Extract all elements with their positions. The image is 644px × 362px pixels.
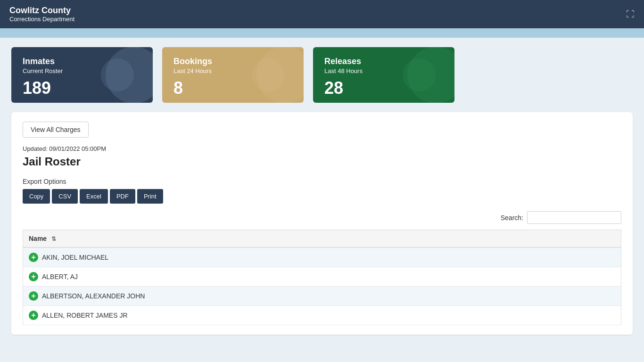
roster-name-cell: +AKIN, JOEL MICHAEL: [23, 247, 621, 267]
blue-bar: [0, 28, 644, 38]
view-all-charges-button[interactable]: View All Charges: [23, 122, 89, 138]
inmate-name: ALBERTSON, ALEXANDER JOHN: [42, 292, 145, 300]
table-row: +ALBERTSON, ALEXANDER JOHN: [23, 287, 621, 306]
sort-icon: ⇅: [51, 236, 56, 242]
bookings-card: Bookings Last 24 Hours 8: [162, 47, 304, 103]
header: Cowlitz County Corrections Department ⛶: [0, 0, 644, 28]
name-column-header[interactable]: Name ⇅: [23, 230, 621, 248]
print-button[interactable]: Print: [137, 189, 163, 204]
row-expand-icon[interactable]: +: [29, 253, 38, 262]
export-options-label: Export Options: [23, 178, 621, 185]
inmate-name: AKIN, JOEL MICHAEL: [42, 254, 108, 261]
expand-icon[interactable]: ⛶: [626, 9, 635, 19]
row-expand-icon[interactable]: +: [29, 311, 38, 320]
main-content: Inmates Current Roster 189 Bookings Last…: [0, 38, 644, 344]
inmate-name: ALLEN, ROBERT JAMES JR: [42, 312, 128, 319]
table-header-row: Name ⇅: [23, 230, 621, 248]
copy-button[interactable]: Copy: [23, 189, 50, 204]
releases-deco-2: [403, 58, 436, 91]
roster-table: Name ⇅ +AKIN, JOEL MICHAEL+ALBERT, AJ+AL…: [23, 230, 621, 325]
csv-button[interactable]: CSV: [52, 189, 78, 204]
roster-name-cell: +ALBERTSON, ALEXANDER JOHN: [23, 287, 621, 306]
updated-text: Updated: 09/01/2022 05:00PM: [23, 145, 621, 152]
table-row: +AKIN, JOEL MICHAEL: [23, 247, 621, 267]
department-name: Corrections Department: [9, 16, 74, 23]
search-input[interactable]: [527, 211, 621, 224]
table-row: +ALLEN, ROBERT JAMES JR: [23, 306, 621, 325]
pdf-button[interactable]: PDF: [110, 189, 135, 204]
agency-name: Cowlitz County: [9, 6, 74, 16]
jail-roster-title: Jail Roster: [23, 155, 621, 168]
table-section: View All Charges Updated: 09/01/2022 05:…: [11, 112, 633, 335]
search-row: Search:: [23, 211, 621, 224]
roster-name-cell: +ALLEN, ROBERT JAMES JR: [23, 306, 621, 325]
excel-button[interactable]: Excel: [80, 189, 108, 204]
search-label: Search:: [501, 214, 523, 222]
header-title: Cowlitz County Corrections Department: [9, 6, 74, 23]
releases-card: Releases Last 48 Hours 28: [313, 47, 454, 103]
row-expand-icon[interactable]: +: [29, 291, 38, 301]
export-buttons-row: Copy CSV Excel PDF Print: [23, 189, 621, 204]
stats-row: Inmates Current Roster 189 Bookings Last…: [11, 47, 633, 103]
bookings-deco-2: [252, 58, 285, 91]
inmates-card: Inmates Current Roster 189: [11, 47, 153, 103]
card-deco-2: [101, 58, 134, 91]
row-expand-icon[interactable]: +: [29, 272, 38, 281]
roster-name-cell: +ALBERT, AJ: [23, 267, 621, 287]
inmate-name: ALBERT, AJ: [42, 273, 78, 280]
table-row: +ALBERT, AJ: [23, 267, 621, 287]
